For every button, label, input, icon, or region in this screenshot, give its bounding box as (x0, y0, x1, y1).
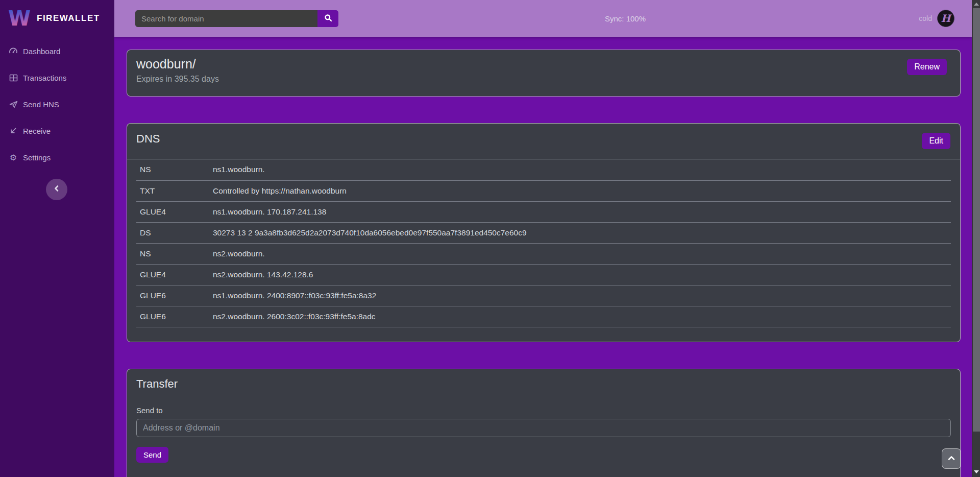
scroll-to-top-button[interactable] (942, 448, 961, 469)
dns-record-type: GLUE4 (136, 264, 209, 285)
dns-record-type: GLUE6 (136, 306, 209, 327)
topbar: Sync: 100% cold H (114, 0, 972, 37)
dns-record-row: TXT Controlled by https://nathan.woodbur… (136, 180, 951, 201)
dns-record-type: NS (136, 159, 209, 180)
sidebar-item-label: Settings (23, 153, 51, 162)
send-button[interactable]: Send (136, 447, 168, 463)
sidebar-item-transactions[interactable]: Transactions (0, 64, 114, 91)
chevron-left-icon (53, 185, 60, 194)
dns-record-value: Controlled by https://nathan.woodburn (209, 180, 951, 201)
domain-expiry-label: Expires in 395.35 days (136, 75, 951, 84)
sidebar-item-receive[interactable]: Receive (0, 117, 114, 144)
arrow-down-left-icon (9, 126, 18, 135)
wallet-name-label: cold (919, 14, 932, 22)
chevron-up-icon (947, 454, 955, 463)
transfer-card: Transfer Send to Send (127, 369, 961, 477)
search-button[interactable] (317, 10, 338, 27)
search-icon (324, 14, 332, 23)
dns-record-row: GLUE6 ns2.woodburn. 2600:3c02::f03c:93ff… (136, 306, 951, 327)
dns-record-value: ns1.woodburn. (209, 159, 951, 180)
firewallet-logo-icon: W (8, 5, 31, 32)
topbar-wallet-area: cold H (919, 0, 954, 37)
domain-title: woodburn/ (136, 57, 951, 71)
dns-record-value: ns2.woodburn. 143.42.128.6 (209, 264, 951, 285)
dns-record-type: GLUE4 (136, 201, 209, 222)
sidebar-item-label: Transactions (23, 74, 66, 82)
app-logo: W FIREWALLET (0, 0, 114, 37)
svg-text:W: W (8, 7, 31, 30)
scrollbar-thumb[interactable] (973, 8, 980, 432)
scrollbar[interactable] (972, 0, 980, 477)
gear-icon: ⚙ (9, 153, 18, 162)
handshake-avatar-icon[interactable]: H (937, 10, 954, 27)
dns-title: DNS (136, 132, 951, 146)
sidebar-item-dashboard[interactable]: Dashboard (0, 38, 114, 64)
paper-plane-icon (9, 100, 18, 109)
edit-dns-button[interactable]: Edit (922, 133, 950, 149)
dns-record-row: NS ns2.woodburn. (136, 243, 951, 264)
brand-name: FIREWALLET (37, 13, 100, 23)
dns-card: DNS Edit NS ns1.woodburn. TXT Controlled… (127, 123, 961, 342)
transfer-title: Transfer (136, 377, 951, 391)
sidebar-collapse-button[interactable] (46, 179, 67, 200)
sidebar-item-settings[interactable]: ⚙ Settings (0, 144, 114, 171)
sidebar-item-send-hns[interactable]: Send HNS (0, 91, 114, 117)
scrollbar-up-arrow-icon[interactable] (972, 0, 980, 8)
transfer-recipient-input[interactable] (136, 419, 951, 437)
dns-record-row: DS 30273 13 2 9a3a8fb3d625d2a2073d740f10… (136, 222, 951, 243)
sync-status: Sync: 100% (605, 0, 646, 37)
sidebar: W FIREWALLET Dashboard (0, 0, 114, 477)
main-content: woodburn/ Expires in 395.35 days Renew D… (114, 37, 972, 477)
renew-button[interactable]: Renew (907, 59, 947, 75)
dns-records-table: NS ns1.woodburn. TXT Controlled by https… (136, 159, 951, 327)
dns-record-value: ns1.woodburn. 2400:8907::f03c:93ff:fe5a:… (209, 285, 951, 306)
dns-record-value: ns1.woodburn. 170.187.241.138 (209, 201, 951, 222)
dns-record-type: GLUE6 (136, 285, 209, 306)
dns-record-row: NS ns1.woodburn. (136, 159, 951, 180)
domain-search (135, 10, 338, 27)
search-input[interactable] (135, 10, 317, 27)
dns-record-type: DS (136, 222, 209, 243)
sidebar-item-label: Receive (23, 127, 51, 135)
dns-record-type: NS (136, 243, 209, 264)
scrollbar-down-arrow-icon[interactable] (972, 468, 980, 476)
sidebar-item-label: Send HNS (23, 100, 59, 109)
dns-record-type: TXT (136, 180, 209, 201)
dns-record-row: GLUE4 ns1.woodburn. 170.187.241.138 (136, 201, 951, 222)
dns-record-value: 30273 13 2 9a3a8fb3d625d2a2073d740f10da6… (209, 222, 951, 243)
gauge-icon (9, 46, 18, 56)
table-icon (9, 73, 18, 82)
dns-record-value: ns2.woodburn. 2600:3c02::f03c:93ff:fe5a:… (209, 306, 951, 327)
dns-record-row: GLUE4 ns2.woodburn. 143.42.128.6 (136, 264, 951, 285)
sidebar-nav: Dashboard Transactions Send HNS (0, 37, 114, 171)
dns-card-header: DNS Edit (127, 124, 960, 159)
domain-card: woodburn/ Expires in 395.35 days Renew (127, 50, 961, 97)
dns-record-value: ns2.woodburn. (209, 243, 951, 264)
sidebar-item-label: Dashboard (23, 47, 60, 56)
send-to-label: Send to (136, 406, 951, 415)
dns-record-row: GLUE6 ns1.woodburn. 2400:8907::f03c:93ff… (136, 285, 951, 306)
